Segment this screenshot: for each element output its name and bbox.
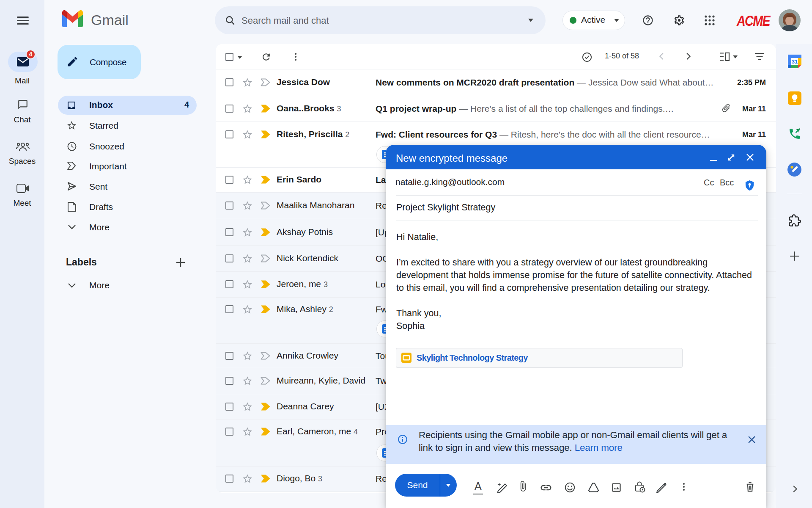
svg-text:31: 31	[792, 58, 798, 65]
